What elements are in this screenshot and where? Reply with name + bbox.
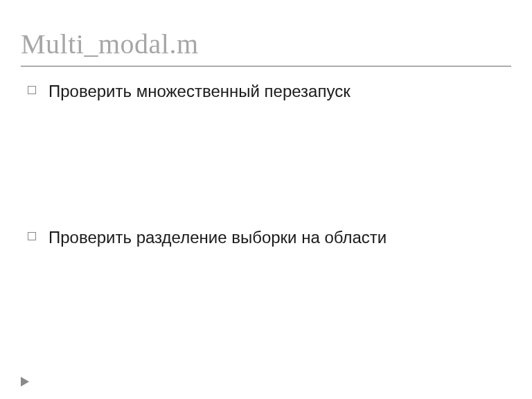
list-item: Проверить множественный перезапуск — [28, 80, 511, 102]
slide-title: Multi_modal.m — [21, 28, 511, 60]
title-divider — [21, 66, 511, 66]
slide-container: Multi_modal.m Проверить множественный пе… — [0, 0, 532, 399]
content-area: Проверить множественный перезапуск Прове… — [21, 80, 511, 248]
bullet-icon — [28, 232, 36, 240]
bullet-text: Проверить разделение выборки на области — [48, 227, 387, 248]
svg-marker-0 — [21, 377, 29, 387]
arrow-icon — [21, 377, 32, 387]
list-item: Проверить разделение выборки на области — [28, 227, 511, 248]
bullet-text: Проверить множественный перезапуск — [48, 80, 351, 102]
bullet-icon — [28, 86, 36, 94]
